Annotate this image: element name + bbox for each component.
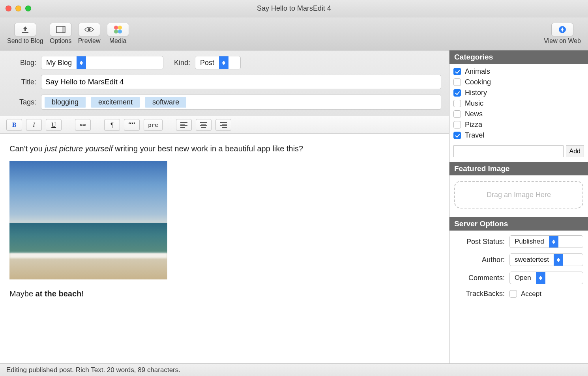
paragraph-button[interactable]: ¶	[104, 119, 120, 131]
blog-label: Blog:	[8, 59, 41, 67]
editor-paragraph: Can't you just picture yourself writing …	[9, 143, 440, 154]
kind-label: Kind:	[163, 59, 195, 67]
category-label: Cooking	[465, 78, 491, 86]
tag-token[interactable]: excitement	[91, 97, 140, 108]
align-left-button[interactable]	[176, 119, 192, 131]
category-label: Travel	[465, 131, 484, 140]
tags-field[interactable]: blogging excitement software	[41, 95, 441, 110]
category-item[interactable]: News	[453, 109, 584, 119]
blog-select[interactable]: My Blog	[41, 56, 163, 69]
status-bar: Editing published post. Rich Text. 20 wo…	[0, 363, 588, 376]
server-options-header: Server Options	[449, 217, 588, 231]
category-label: Music	[465, 99, 483, 108]
trackbacks-checkbox[interactable]	[509, 290, 517, 298]
category-checkbox[interactable]	[453, 100, 461, 107]
bold-button[interactable]: B	[6, 119, 22, 131]
align-center-button[interactable]	[196, 119, 212, 131]
align-right-button[interactable]	[215, 119, 231, 131]
align-right-icon	[220, 122, 227, 128]
editor-body[interactable]: Can't you just picture yourself writing …	[0, 134, 449, 363]
category-item[interactable]: Pizza	[453, 119, 584, 130]
link-icon	[79, 123, 87, 127]
tag-token[interactable]: blogging	[45, 97, 86, 108]
window-title: Say Hello to MarsEdit 4	[257, 4, 331, 13]
category-item[interactable]: Music	[453, 98, 584, 109]
category-label: History	[465, 89, 487, 97]
add-category-button[interactable]: Add	[566, 145, 584, 157]
post-status-label: Post Status:	[454, 238, 509, 246]
link-button[interactable]	[75, 119, 91, 131]
format-toolbar: B I U ¶ ““ pre	[0, 116, 449, 134]
trackbacks-accept-label: Accept	[521, 290, 541, 298]
author-select[interactable]: sweatertest	[509, 253, 583, 266]
tag-token[interactable]: software	[145, 97, 186, 108]
options-button[interactable]	[50, 23, 72, 36]
media-button[interactable]	[107, 23, 129, 36]
view-on-web-button[interactable]	[551, 23, 573, 36]
toolbar: Send to Blog Options Preview Media View …	[0, 17, 588, 50]
compass-icon	[558, 25, 567, 34]
category-checkbox[interactable]	[453, 132, 461, 139]
category-checkbox[interactable]	[453, 78, 461, 86]
author-label: Author:	[454, 256, 509, 264]
add-category-input[interactable]	[453, 145, 564, 157]
category-checkbox[interactable]	[453, 68, 461, 75]
italic-button[interactable]: I	[26, 119, 42, 131]
category-checkbox[interactable]	[453, 110, 461, 118]
zoom-window-button[interactable]	[25, 6, 31, 11]
pre-button[interactable]: pre	[144, 119, 163, 131]
category-checkbox[interactable]	[453, 121, 461, 128]
title-input[interactable]	[41, 75, 441, 89]
align-center-icon	[200, 122, 207, 128]
post-status-select[interactable]: Published	[509, 235, 583, 248]
send-to-blog-label: Send to Blog	[7, 37, 43, 45]
main-area: Blog: My Blog Kind: Post Title: Tags: bl…	[0, 50, 449, 363]
svg-rect-1	[62, 26, 65, 33]
options-label: Options	[50, 37, 71, 45]
category-item[interactable]: Cooking	[453, 77, 584, 87]
trackbacks-label: TrackBacks:	[454, 290, 509, 298]
post-meta: Blog: My Blog Kind: Post Title: Tags: bl…	[0, 50, 449, 116]
category-label: Pizza	[465, 121, 482, 129]
category-label: Animals	[465, 67, 490, 76]
kind-select[interactable]: Post	[195, 56, 241, 69]
align-left-icon	[180, 122, 187, 128]
comments-label: Comments:	[454, 274, 509, 282]
tags-label: Tags:	[8, 98, 41, 106]
panel-icon	[56, 26, 66, 33]
titlebar: Say Hello to MarsEdit 4	[0, 0, 588, 17]
view-on-web-label: View on Web	[544, 37, 581, 45]
upload-icon	[21, 26, 30, 34]
send-to-blog-button[interactable]	[14, 23, 36, 36]
featured-image-dropzone[interactable]: Drag an Image Here	[454, 181, 583, 208]
inline-image[interactable]	[9, 161, 167, 279]
flower-icon	[114, 26, 122, 34]
comments-select[interactable]: Open	[509, 272, 583, 284]
close-window-button[interactable]	[6, 6, 11, 11]
status-text: Editing published post. Rich Text. 20 wo…	[6, 366, 180, 374]
minimize-window-button[interactable]	[15, 6, 21, 11]
preview-button[interactable]	[78, 23, 100, 36]
blockquote-button[interactable]: ““	[124, 119, 140, 131]
category-label: News	[465, 110, 483, 118]
underline-button[interactable]: U	[46, 119, 62, 131]
featured-image-header: Featured Image	[449, 162, 588, 175]
category-item[interactable]: History	[453, 87, 584, 98]
sidebar: Categories AnimalsCookingHistoryMusicNew…	[449, 50, 588, 363]
category-checkbox[interactable]	[453, 89, 461, 97]
editor-paragraph: Maybe at the beach!	[9, 288, 440, 299]
categories-header: Categories	[449, 50, 588, 64]
preview-label: Preview	[78, 37, 101, 45]
eye-icon	[84, 26, 94, 33]
category-item[interactable]: Animals	[453, 66, 584, 77]
media-label: Media	[109, 37, 127, 45]
title-label: Title:	[8, 78, 41, 86]
category-item[interactable]: Travel	[453, 130, 584, 141]
svg-point-2	[88, 28, 91, 31]
